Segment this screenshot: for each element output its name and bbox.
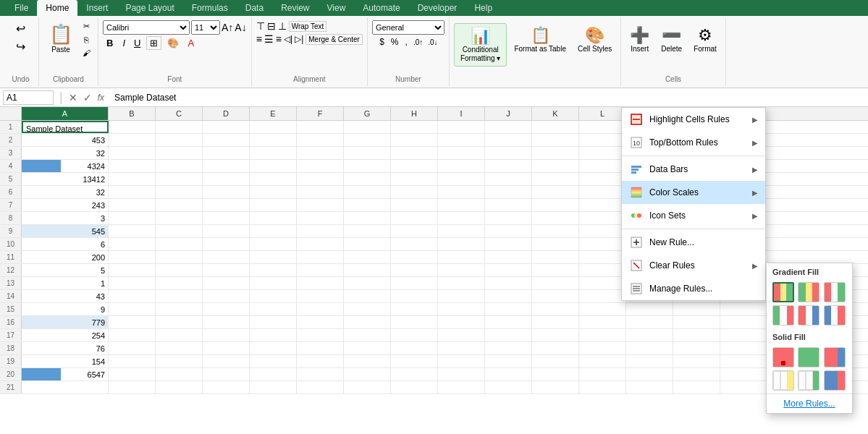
cell-i17[interactable] — [438, 329, 485, 342]
cell-i3[interactable] — [438, 147, 485, 160]
cell-a18[interactable]: 76 — [22, 342, 109, 354]
cell-a1[interactable]: Sample Dataset — [22, 121, 109, 133]
redo-button[interactable]: ↪ — [13, 38, 28, 55]
cell-m19[interactable] — [626, 355, 673, 368]
cell-d17[interactable] — [203, 329, 250, 342]
cell-l2[interactable] — [579, 134, 626, 147]
cell-a5[interactable]: 13412 — [22, 173, 109, 185]
align-bottom-button[interactable]: ⊥ — [278, 20, 287, 32]
cell-f11[interactable] — [297, 251, 344, 264]
cell-d19[interactable] — [203, 355, 250, 368]
cell-f1[interactable] — [297, 121, 344, 134]
cell-g12[interactable] — [344, 264, 391, 277]
tab-data[interactable]: Data — [237, 0, 272, 16]
cell-g4[interactable] — [344, 160, 391, 173]
cell-k8[interactable] — [532, 212, 579, 225]
cell-g21[interactable] — [344, 381, 391, 394]
border-button[interactable]: ⊞ — [146, 36, 161, 50]
bold-button[interactable]: B — [103, 36, 117, 50]
cell-h8[interactable] — [391, 212, 438, 225]
cell-i16[interactable] — [438, 316, 485, 329]
cell-a9[interactable]: 545 — [22, 225, 109, 237]
cell-d6[interactable] — [203, 186, 250, 199]
cell-l7[interactable] — [579, 199, 626, 212]
cell-f9[interactable] — [297, 225, 344, 238]
cell-m20[interactable] — [626, 368, 673, 381]
cell-k19[interactable] — [532, 355, 579, 368]
cell-b12[interactable] — [109, 264, 156, 277]
cell-b9[interactable] — [109, 225, 156, 238]
cell-j5[interactable] — [485, 173, 532, 186]
align-right-button[interactable]: ≡ — [276, 33, 282, 45]
menu-icon-sets[interactable]: Icon Sets ▶ — [622, 204, 765, 227]
cell-g1[interactable] — [344, 121, 391, 134]
cell-l21[interactable] — [579, 381, 626, 394]
increase-font-size-button[interactable]: A↑ — [222, 22, 233, 33]
cell-c4[interactable] — [156, 160, 203, 173]
cell-k15[interactable] — [532, 303, 579, 316]
cell-a16[interactable]: 779 — [22, 316, 109, 328]
cell-b11[interactable] — [109, 251, 156, 264]
cell-h9[interactable] — [391, 225, 438, 238]
currency-button[interactable]: $ — [377, 36, 387, 48]
cell-j7[interactable] — [485, 199, 532, 212]
cell-d15[interactable] — [203, 303, 250, 316]
solid-swatch-3[interactable] — [824, 347, 846, 367]
cell-g5[interactable] — [344, 173, 391, 186]
cell-h19[interactable] — [391, 355, 438, 368]
more-rules-link[interactable]: More Rules... — [767, 393, 852, 413]
cell-d5[interactable] — [203, 173, 250, 186]
cell-g9[interactable] — [344, 225, 391, 238]
cell-i19[interactable] — [438, 355, 485, 368]
menu-clear-rules[interactable]: Clear Rules ▶ — [622, 254, 765, 277]
cell-j1[interactable] — [485, 121, 532, 134]
cell-k20[interactable] — [532, 368, 579, 381]
menu-top-bottom[interactable]: 10 Top/Bottom Rules ▶ — [622, 131, 765, 154]
cell-a7[interactable]: 243 — [22, 199, 109, 211]
cell-j11[interactable] — [485, 251, 532, 264]
cell-j3[interactable] — [485, 147, 532, 160]
wrap-text-button[interactable]: Wrap Text — [289, 21, 327, 32]
cell-c10[interactable] — [156, 238, 203, 251]
indent-decrease-button[interactable]: ◁| — [284, 34, 292, 44]
cell-h3[interactable] — [391, 147, 438, 160]
insert-cells-button[interactable]: ➕ Insert — [625, 23, 654, 56]
cell-e13[interactable] — [250, 277, 297, 290]
cell-c2[interactable] — [156, 134, 203, 147]
cell-e8[interactable] — [250, 212, 297, 225]
cell-b15[interactable] — [109, 303, 156, 316]
copy-button[interactable]: ⎘ — [80, 34, 93, 46]
cell-f13[interactable] — [297, 277, 344, 290]
col-header-d[interactable]: D — [203, 107, 250, 120]
menu-manage-rules[interactable]: Manage Rules... — [622, 277, 765, 300]
cell-n19[interactable] — [673, 355, 720, 368]
format-as-table-button[interactable]: 📋 Format as Table — [510, 23, 570, 56]
cell-f8[interactable] — [297, 212, 344, 225]
cell-c3[interactable] — [156, 147, 203, 160]
cell-e10[interactable] — [250, 238, 297, 251]
cell-a19[interactable]: 154 — [22, 355, 109, 367]
tab-file[interactable]: File — [6, 0, 37, 16]
percent-button[interactable]: % — [389, 36, 401, 48]
cell-l6[interactable] — [579, 186, 626, 199]
cell-i4[interactable] — [438, 160, 485, 173]
comma-button[interactable]: , — [403, 36, 410, 48]
cell-f10[interactable] — [297, 238, 344, 251]
cell-i2[interactable] — [438, 134, 485, 147]
cell-l5[interactable] — [579, 173, 626, 186]
cell-k13[interactable] — [532, 277, 579, 290]
underline-button[interactable]: U — [131, 37, 143, 49]
cell-c5[interactable] — [156, 173, 203, 186]
cell-j12[interactable] — [485, 264, 532, 277]
cell-j10[interactable] — [485, 238, 532, 251]
cell-l19[interactable] — [579, 355, 626, 368]
gradient-swatch-1[interactable] — [772, 282, 794, 302]
insert-function-button[interactable]: fx — [98, 93, 104, 103]
cell-j17[interactable] — [485, 329, 532, 342]
cell-l3[interactable] — [579, 147, 626, 160]
cell-e16[interactable] — [250, 316, 297, 329]
cell-d12[interactable] — [203, 264, 250, 277]
cell-n16[interactable] — [673, 316, 720, 329]
tab-help[interactable]: Help — [465, 0, 501, 16]
number-format-select[interactable]: General — [372, 20, 444, 35]
